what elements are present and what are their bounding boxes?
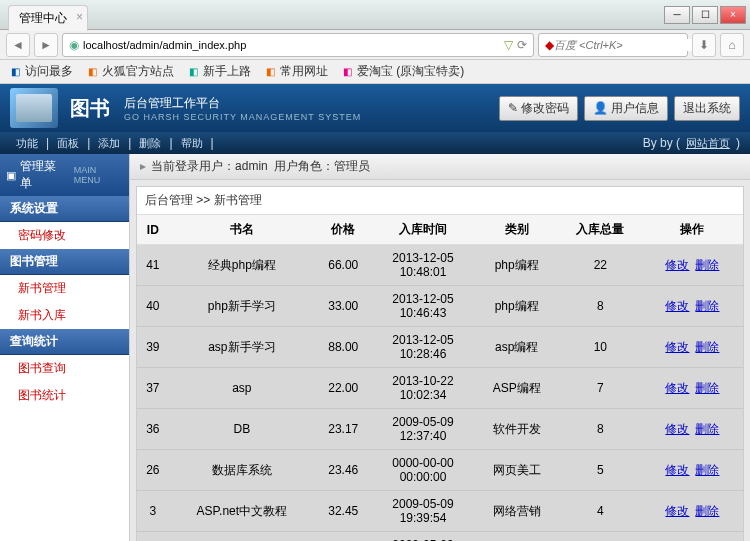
table-row: 36DB23.172009-05-0912:37:40软件开发8修改删除 [137,409,743,450]
bookmark-item[interactable]: ◧访问最多 [8,63,73,80]
app-logo [10,88,58,128]
delete-link[interactable]: 删除 [695,381,719,395]
globe-icon: ◉ [69,38,79,52]
search-engine-icon: ◆ [545,38,554,52]
browser-tab[interactable]: 管理中心 × [8,5,88,31]
sidebar-group[interactable]: 查询统计 [0,329,129,355]
delete-link[interactable]: 删除 [695,340,719,354]
url-box[interactable]: ◉ ▽ ⟳ [62,33,534,57]
url-input[interactable] [83,39,500,51]
brand-title: 图书 [70,95,110,122]
key-icon: ✎ [508,101,518,115]
menu-item[interactable]: 帮助 [175,136,209,151]
col-header: ID [137,215,169,245]
change-password-button[interactable]: ✎修改密码 [499,96,578,121]
sidebar-item[interactable]: 新书管理 [0,275,129,302]
table-row: 26数据库系统23.460000-00-0000:00:00网页美工5修改删除 [137,450,743,491]
byline: By by (网站首页) [643,136,740,151]
col-header: 价格 [315,215,371,245]
table-row: 41经典php编程66.002013-12-0510:48:01php编程22修… [137,245,743,286]
col-header: 书名 [169,215,315,245]
sidebar-group[interactable]: 系统设置 [0,196,129,222]
user-icon: 👤 [593,101,608,115]
maximize-button[interactable]: ☐ [692,6,718,24]
edit-link[interactable]: 修改 [665,463,689,477]
minimize-button[interactable]: ─ [664,6,690,24]
table-row: 37asp22.002013-10-2210:02:34ASP编程7修改删除 [137,368,743,409]
col-header: 入库时间 [371,215,474,245]
sidebar-title: ▣ 管理菜单MAIN MENU [0,154,129,196]
edit-link[interactable]: 修改 [665,340,689,354]
search-input[interactable] [554,39,693,51]
edit-link[interactable]: 修改 [665,299,689,313]
arrow-icon: ▸ [140,159,146,173]
back-button[interactable]: ◄ [6,33,30,57]
bookmark-item[interactable]: ◧爱淘宝 (原淘宝特卖) [340,63,464,80]
table-row: 3ASP.net中文教程32.452009-05-0919:39:54网络营销4… [137,491,743,532]
bookmark-icon: ◧ [263,65,277,79]
homepage-link[interactable]: 网站首页 [680,137,736,149]
delete-link[interactable]: 删除 [695,422,719,436]
bookmark-icon: ◧ [340,65,354,79]
bookmark-item[interactable]: ◧新手上路 [186,63,251,80]
exit-button[interactable]: 退出系统 [674,96,740,121]
edit-link[interactable]: 修改 [665,504,689,518]
col-header: 入库总量 [559,215,642,245]
close-window-button[interactable]: × [720,6,746,24]
panel-title: 后台管理 >> 新书管理 [137,187,743,215]
bookmark-icon: ◧ [85,65,99,79]
edit-link[interactable]: 修改 [665,381,689,395]
sidebar-item[interactable]: 密码修改 [0,222,129,249]
bookmark-icon: ◧ [8,65,22,79]
edit-link[interactable]: 修改 [665,258,689,272]
bookmark-icon: ◧ [186,65,200,79]
col-header: 类别 [475,215,559,245]
close-tab-icon[interactable]: × [76,10,83,24]
table-row: 40php新手学习33.002013-12-0510:46:43php编程8修改… [137,286,743,327]
bookmark-item[interactable]: ◧火狐官方站点 [85,63,174,80]
subtitle: 后台管理工作平台 GO HARSH SECURITY MANAGEMENT SY… [124,94,361,122]
sidebar-item[interactable]: 新书入库 [0,302,129,329]
delete-link[interactable]: 删除 [695,258,719,272]
data-table: ID书名价格入库时间类别入库总量操作 41经典php编程66.002013-12… [137,215,743,541]
menu-item[interactable]: 功能 [10,136,44,151]
bookmark-item[interactable]: ◧常用网址 [263,63,328,80]
forward-button[interactable]: ► [34,33,58,57]
tab-title: 管理中心 [19,11,67,25]
delete-link[interactable]: 删除 [695,299,719,313]
menu-item[interactable]: 删除 [133,136,167,151]
menu-item[interactable]: 面板 [51,136,85,151]
download-button[interactable]: ⬇ [692,33,716,57]
delete-link[interactable]: 删除 [695,463,719,477]
menu-item[interactable]: 添加 [92,136,126,151]
user-info-button[interactable]: 👤用户信息 [584,96,668,121]
breadcrumb: ▸ 当前登录用户：admin 用户角色：管理员 [130,154,750,180]
table-row: 2asp20050.362009-05-0919:39:40ASP编程5修改删除 [137,532,743,542]
edit-link[interactable]: 修改 [665,422,689,436]
refresh-icon[interactable]: ⟳ [517,38,527,52]
col-header: 操作 [642,215,743,245]
sidebar-item[interactable]: 图书查询 [0,355,129,382]
table-row: 39asp新手学习88.002013-12-0510:28:46asp编程10修… [137,327,743,368]
home-button[interactable]: ⌂ [720,33,744,57]
delete-link[interactable]: 删除 [695,504,719,518]
search-box[interactable]: ◆ [538,33,688,57]
shield-icon: ▽ [504,38,513,52]
sidebar-group[interactable]: 图书管理 [0,249,129,275]
sidebar-item[interactable]: 图书统计 [0,382,129,409]
